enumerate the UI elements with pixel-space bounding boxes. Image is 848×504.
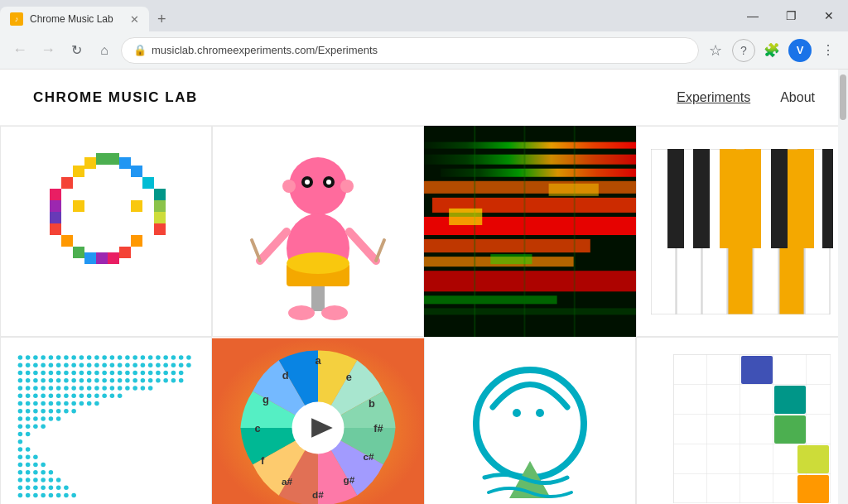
svg-point-209 xyxy=(26,409,31,414)
forward-button[interactable]: → xyxy=(36,39,60,62)
svg-point-157 xyxy=(125,378,130,383)
svg-point-101 xyxy=(41,362,46,367)
svg-text:c: c xyxy=(255,422,261,434)
svg-rect-15 xyxy=(131,200,142,212)
svg-rect-73 xyxy=(797,149,814,248)
svg-point-121 xyxy=(18,371,23,376)
svg-point-114 xyxy=(141,362,146,367)
svg-point-222 xyxy=(18,424,23,429)
extensions-button[interactable]: 🧩 xyxy=(760,39,783,62)
svg-point-78 xyxy=(41,355,46,360)
svg-point-96 xyxy=(179,355,184,360)
svg-point-185 xyxy=(33,393,38,398)
svg-rect-53 xyxy=(424,295,557,304)
svg-point-187 xyxy=(49,393,54,398)
card-rhythm[interactable] xyxy=(212,126,424,337)
svg-point-35 xyxy=(287,252,349,274)
svg-point-146 xyxy=(41,378,46,383)
svg-rect-56 xyxy=(523,126,525,337)
minimize-button[interactable]: — xyxy=(734,0,772,31)
svg-point-186 xyxy=(41,393,46,398)
svg-point-122 xyxy=(26,371,31,376)
new-tab-button[interactable]: + xyxy=(149,7,175,31)
svg-text:d#: d# xyxy=(312,489,324,501)
svg-point-193 xyxy=(94,393,99,398)
svg-line-39 xyxy=(252,240,260,261)
svg-point-30 xyxy=(282,180,296,193)
maximize-button[interactable]: ❐ xyxy=(772,0,810,31)
svg-point-219 xyxy=(41,416,46,421)
svg-rect-47 xyxy=(424,181,636,194)
svg-point-248 xyxy=(56,478,61,482)
svg-point-246 xyxy=(41,478,46,482)
svg-point-132 xyxy=(102,371,107,376)
svg-rect-285 xyxy=(774,386,806,414)
tab-title: Chrome Music Lab xyxy=(30,13,123,25)
svg-point-208 xyxy=(18,409,23,414)
tab-close-icon[interactable]: ✕ xyxy=(130,13,139,26)
svg-rect-18 xyxy=(84,252,96,264)
svg-point-98 xyxy=(18,362,23,367)
svg-rect-0 xyxy=(73,166,84,177)
scrollbar[interactable] xyxy=(838,70,848,504)
profile-button[interactable]: V xyxy=(788,39,812,62)
svg-point-80 xyxy=(56,355,61,360)
svg-point-134 xyxy=(118,371,123,376)
svg-point-231 xyxy=(18,454,23,459)
svg-rect-22 xyxy=(131,235,142,247)
svg-point-151 xyxy=(80,378,84,383)
svg-point-119 xyxy=(179,362,184,367)
svg-point-260 xyxy=(49,493,54,498)
tab-bar: ♪ Chrome Music Lab ✕ + — ❐ ✕ xyxy=(0,0,848,31)
svg-point-165 xyxy=(18,386,23,391)
card-voice-spinner[interactable] xyxy=(424,337,636,504)
page-content: CHROME MUSIC LAB Experiments About xyxy=(0,70,848,504)
svg-point-144 xyxy=(26,378,31,383)
svg-point-115 xyxy=(148,362,153,367)
close-window-button[interactable]: ✕ xyxy=(810,0,848,31)
nav-about[interactable]: About xyxy=(780,90,815,105)
card-spectrogram[interactable] xyxy=(424,126,636,337)
svg-point-190 xyxy=(71,393,76,398)
svg-point-94 xyxy=(163,355,168,360)
back-button[interactable]: ← xyxy=(8,39,31,62)
svg-point-25 xyxy=(289,157,347,215)
card-melody-maker[interactable] xyxy=(636,337,848,504)
svg-point-214 xyxy=(64,409,69,414)
svg-point-225 xyxy=(41,424,46,429)
svg-rect-19 xyxy=(96,252,108,264)
home-button[interactable]: ⌂ xyxy=(93,39,116,62)
menu-button[interactable]: ⋮ xyxy=(817,39,840,62)
card-piano-roll[interactable] xyxy=(636,126,848,337)
svg-point-171 xyxy=(64,386,69,391)
svg-point-112 xyxy=(125,362,130,367)
svg-point-232 xyxy=(26,454,31,459)
card-song-maker[interactable] xyxy=(0,126,212,337)
svg-rect-284 xyxy=(741,356,773,384)
reload-button[interactable]: ↻ xyxy=(65,39,88,62)
svg-point-82 xyxy=(71,355,76,360)
svg-rect-36 xyxy=(311,286,325,311)
experiments-grid: a e b f# c# g# d# a# f c g d xyxy=(0,126,848,504)
svg-rect-71 xyxy=(744,149,761,248)
svg-point-140 xyxy=(163,371,168,376)
card-chords[interactable]: a e b f# c# g# d# a# f c g d xyxy=(212,337,424,504)
svg-rect-69 xyxy=(693,149,710,248)
svg-point-90 xyxy=(132,355,137,360)
card-kandinsky[interactable] xyxy=(0,337,212,504)
address-bar[interactable]: 🔒 musiclab.chromeexperiments.com/Experim… xyxy=(121,37,699,64)
svg-point-217 xyxy=(26,416,31,421)
nav-experiments[interactable]: Experiments xyxy=(677,90,750,105)
svg-point-104 xyxy=(64,362,69,367)
help-button[interactable]: ? xyxy=(732,39,755,62)
svg-point-215 xyxy=(71,409,76,414)
svg-point-133 xyxy=(110,371,115,376)
active-tab[interactable]: ♪ Chrome Music Lab ✕ xyxy=(0,7,149,31)
svg-point-189 xyxy=(64,393,69,398)
svg-rect-12 xyxy=(154,200,166,212)
scrollbar-thumb[interactable] xyxy=(840,74,846,120)
bookmark-button[interactable]: ☆ xyxy=(704,39,727,62)
svg-point-249 xyxy=(18,485,23,490)
svg-rect-24 xyxy=(154,223,166,235)
svg-rect-9 xyxy=(50,212,61,223)
